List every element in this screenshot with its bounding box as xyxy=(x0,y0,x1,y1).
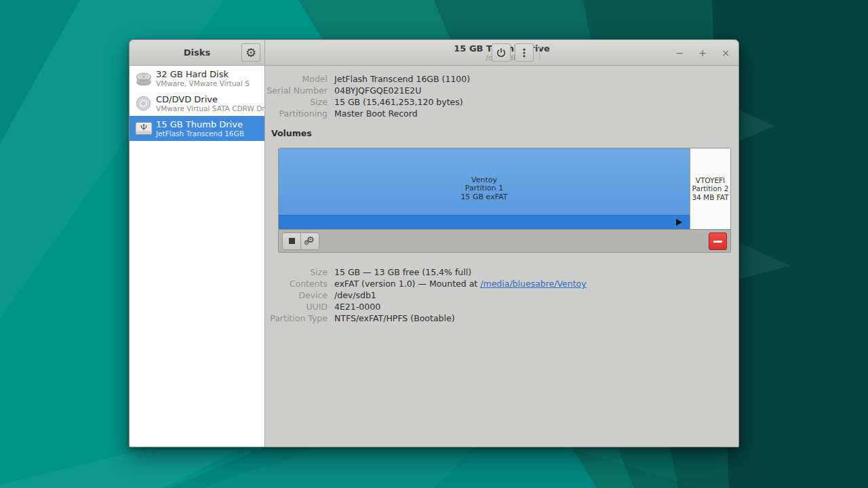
menu-button[interactable] xyxy=(515,43,534,62)
delete-partition-button[interactable] xyxy=(709,232,727,250)
detail-label: Contents xyxy=(265,279,328,289)
detail-row-partition-type: Partition Type NTFS/exFAT/HPFS (Bootable… xyxy=(265,312,738,324)
mount-point-link[interactable]: /media/bluesabre/Ventoy xyxy=(480,279,586,289)
volume-details: Size 15 GB — 13 GB free (15.4% full) Con… xyxy=(265,259,738,324)
volumes-section-title: Volumes xyxy=(271,128,738,138)
device-title: CD/DVD Drive xyxy=(156,94,264,104)
detail-label: Serial Number xyxy=(265,85,328,96)
gear-icon: ⚙ xyxy=(245,47,256,59)
minimize-button[interactable]: − xyxy=(671,45,688,60)
detail-label: Size xyxy=(265,267,328,277)
partition-2-vtoyefi[interactable]: VTOYEFI Partition 2 34 MB FAT xyxy=(690,148,730,229)
window-header: Disks ⚙ 15 GB Thumb Drive /dev/sdb xyxy=(130,40,738,66)
unmount-button[interactable] xyxy=(282,232,301,250)
gears-icon: ⚙ ⚙ xyxy=(304,236,315,247)
detail-value: /dev/sdb1 xyxy=(334,290,376,300)
detail-row-contents: Contents exFAT (version 1.0) — Mounted a… xyxy=(265,278,738,289)
drive-detail-pane: Model JetFlash Transcend 16GB (1100) Ser… xyxy=(265,66,738,447)
device-subtitle: JetFlash Transcend 16GB xyxy=(156,129,244,138)
detail-value: 04BYJQFGQE021E2U xyxy=(334,85,421,96)
mounted-play-icon xyxy=(676,219,682,226)
sidebar-item-thumb-drive[interactable]: 15 GB Thumb Drive JetFlash Transcend 16G… xyxy=(130,116,264,141)
detail-row-serial: Serial Number 04BYJQFGQE021E2U xyxy=(265,85,738,96)
device-subtitle: VMware, VMware Virtual S xyxy=(156,79,250,87)
contents-text: exFAT (version 1.0) — Mounted at xyxy=(334,279,480,289)
disks-window: Disks ⚙ 15 GB Thumb Drive /dev/sdb xyxy=(129,39,739,447)
detail-value: NTFS/exFAT/HPFS (Bootable) xyxy=(334,313,455,323)
maximize-button[interactable]: + xyxy=(694,45,711,60)
detail-row-device: Device /dev/sdb1 xyxy=(265,289,738,301)
detail-label: Device xyxy=(265,290,328,300)
detail-row-size: Size 15 GB (15,461,253,120 bytes) xyxy=(265,96,738,108)
detail-value: 4E21-0000 xyxy=(334,302,380,312)
partition-2-label: VTOYEFI Partition 2 34 MB FAT xyxy=(692,176,728,202)
close-button[interactable]: × xyxy=(717,45,734,60)
volume-toolbar: ⚙ ⚙ xyxy=(279,229,730,252)
titlebar-separator xyxy=(539,46,540,60)
unmount-stop-icon xyxy=(289,238,295,244)
detail-value: 15 GB (15,461,253,120 bytes) xyxy=(334,97,463,107)
detail-value: Master Boot Record xyxy=(334,108,418,119)
titlebar: 15 GB Thumb Drive /dev/sdb − + × xyxy=(265,40,738,65)
partition-1-label: Ventoy Partition 1 15 GB exFAT xyxy=(461,176,508,202)
device-title: 15 GB Thumb Drive xyxy=(156,119,244,129)
power-icon xyxy=(496,47,507,58)
detail-label: Model xyxy=(265,74,328,84)
detail-row-volume-size: Size 15 GB — 13 GB free (15.4% full) xyxy=(265,266,738,278)
detail-row-model: Model JetFlash Transcend 16GB (1100) xyxy=(265,73,738,85)
drive-options-button[interactable]: ⚙ xyxy=(241,43,260,62)
hard-disk-icon xyxy=(134,71,153,86)
device-title: 32 GB Hard Disk xyxy=(156,69,250,79)
power-off-button[interactable] xyxy=(492,43,511,62)
volume-map: Ventoy Partition 1 15 GB exFAT VTOYEFI P… xyxy=(279,148,730,229)
detail-value: JetFlash Transcend 16GB (1100) xyxy=(334,74,470,84)
sidebar-header: Disks ⚙ xyxy=(130,40,265,65)
minus-icon xyxy=(713,241,722,243)
sidebar-item-hard-disk[interactable]: 32 GB Hard Disk VMware, VMware Virtual S xyxy=(130,66,264,91)
detail-label: UUID xyxy=(265,302,328,312)
partition-1-ventoy[interactable]: Ventoy Partition 1 15 GB exFAT xyxy=(279,148,690,229)
optical-disc-icon xyxy=(134,96,153,111)
sidebar-title: Disks xyxy=(184,47,210,58)
detail-value: exFAT (version 1.0) — Mounted at /media/… xyxy=(334,279,587,289)
kebab-menu-icon xyxy=(519,47,530,58)
drive-details: Model JetFlash Transcend 16GB (1100) Ser… xyxy=(265,66,738,119)
partition-options-button[interactable]: ⚙ ⚙ xyxy=(300,232,319,250)
device-sidebar: 32 GB Hard Disk VMware, VMware Virtual S… xyxy=(130,66,265,447)
sidebar-item-cd-dvd[interactable]: CD/DVD Drive VMware Virtual SATA CDRW Dr… xyxy=(130,91,264,116)
detail-label: Partitioning xyxy=(265,108,328,119)
detail-row-uuid: UUID 4E21-0000 xyxy=(265,301,738,312)
detail-label: Partition Type xyxy=(265,313,328,323)
detail-label: Size xyxy=(265,97,328,107)
detail-row-partitioning: Partitioning Master Boot Record xyxy=(265,108,738,119)
device-subtitle: VMware Virtual SATA CDRW Drive xyxy=(156,104,264,113)
volumes-frame: Ventoy Partition 1 15 GB exFAT VTOYEFI P… xyxy=(278,148,731,253)
usage-bar xyxy=(279,215,690,229)
usb-drive-icon xyxy=(134,121,153,136)
detail-value: 15 GB — 13 GB free (15.4% full) xyxy=(334,267,471,277)
